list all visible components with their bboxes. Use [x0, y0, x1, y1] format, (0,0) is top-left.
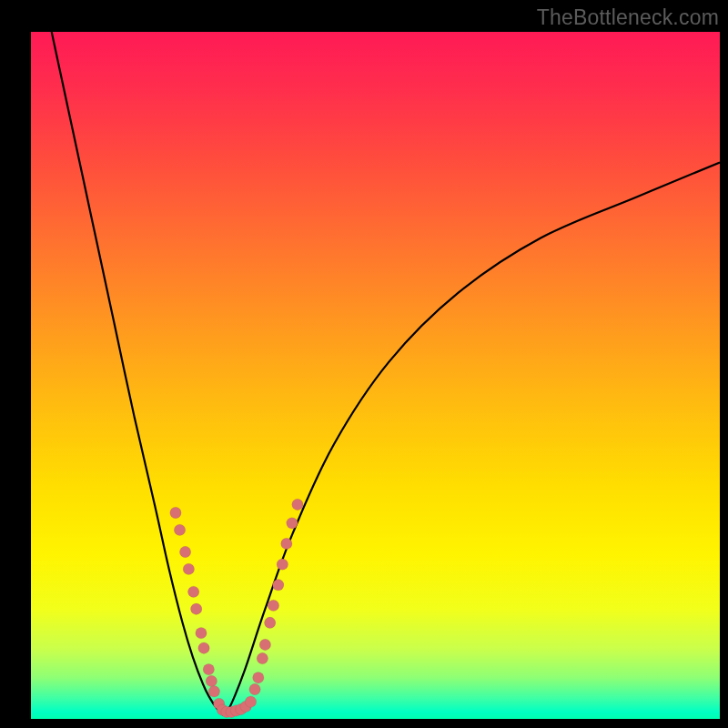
bead-marker — [170, 507, 181, 518]
chart-frame: TheBottleneck.com — [0, 0, 728, 728]
bead-marker — [179, 546, 190, 557]
bead-marker — [257, 652, 268, 663]
bead-marker — [203, 663, 214, 674]
bead-marker — [208, 686, 219, 697]
bead-marker — [245, 696, 256, 707]
bead-marker — [174, 524, 185, 535]
bead-marker — [249, 683, 260, 694]
curve-svg — [31, 32, 720, 719]
bead-markers — [170, 499, 303, 717]
bead-marker — [187, 586, 198, 597]
bead-marker — [277, 559, 288, 570]
bead-marker — [259, 639, 270, 650]
bead-marker — [196, 627, 207, 638]
watermark-text: TheBottleneck.com — [537, 5, 719, 30]
bead-marker — [287, 518, 298, 529]
right-branch-path — [224, 162, 720, 715]
bead-marker — [198, 642, 209, 653]
bead-marker — [264, 617, 275, 628]
bead-marker — [183, 563, 194, 574]
bead-marker — [253, 672, 264, 683]
bead-marker — [268, 600, 278, 611]
plot-area — [31, 32, 720, 719]
bead-marker — [190, 603, 201, 614]
bead-marker — [273, 580, 284, 591]
bead-marker — [292, 499, 303, 510]
bead-marker — [281, 538, 292, 549]
bead-marker — [206, 675, 217, 686]
